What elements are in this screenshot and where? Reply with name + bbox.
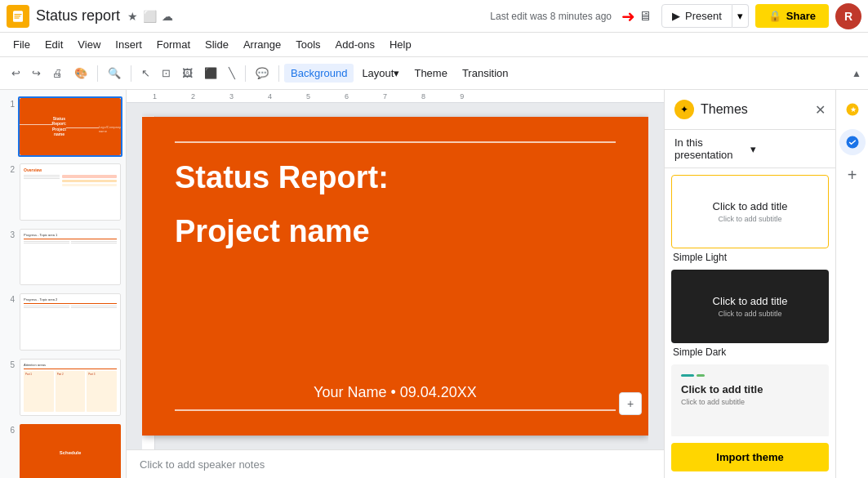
slide-presenter[interactable]: Your Name • 09.04.20XX [175, 384, 616, 409]
zoom-toolbar: + [619, 392, 642, 415]
slide-preview-1[interactable]: Status Report:Project name Logo/Company … [18, 96, 122, 157]
slide-thumb-6[interactable]: 6 Schedule [3, 422, 122, 478]
slide-num-3: 3 [3, 227, 15, 239]
theme-button[interactable]: Theme [407, 64, 453, 83]
slide-canvas[interactable]: Status Report: Project name Your Name • … [142, 117, 648, 436]
slide-title[interactable]: Status Report: [175, 159, 616, 197]
top-bar: Status report ★ ⬜ ☁ Last edit was 8 minu… [0, 0, 868, 33]
slide-thumb-5[interactable]: 5 Attention areas Part 1 Part 2 Part 3 [3, 357, 122, 418]
themes-dropdown-label: In this presentation [674, 136, 750, 161]
slide-thumb-1[interactable]: 1 Status Report:Project name Logo/Compan… [3, 96, 122, 157]
toolbar-collapse[interactable]: ▲ [852, 68, 861, 79]
tb-comment[interactable]: 💬 [251, 64, 274, 83]
theme-title-simple-dark: Click to add title [713, 295, 788, 307]
monitor-icon-group: 🖥 [639, 9, 655, 24]
svg-rect-2 [15, 16, 21, 16]
slide-thumb-2[interactable]: 2 Overview [3, 162, 122, 222]
slide-num-4: 4 [3, 292, 15, 304]
menu-edit[interactable]: Edit [38, 36, 69, 53]
menu-insert[interactable]: Insert [109, 36, 149, 53]
speaker-notes-area[interactable]: Click to add speaker notes [127, 449, 664, 478]
share-label: Share [786, 10, 816, 22]
share-button[interactable]: 🔒 Share [755, 4, 829, 28]
tb-paintformat[interactable]: 🎨 [69, 64, 92, 83]
present-dropdown[interactable]: ▾ [732, 4, 749, 28]
theme-sub-simple-light: Click to add subtitle [718, 215, 781, 223]
theme-card-streamline[interactable]: Click to add title Click to add subtitle… [671, 364, 829, 436]
add-element-button[interactable]: + [619, 392, 642, 415]
present-icon: ▶ [672, 10, 680, 22]
menu-tools[interactable]: Tools [289, 36, 327, 53]
tb-undo[interactable]: ↩ [7, 64, 25, 83]
svg-text:★: ★ [850, 105, 857, 114]
toolbar: ↩ ↪ 🖨 🎨 🔍 ↖ ⊡ 🖼 ⬛ ╲ 💬 Background Layout▾… [0, 57, 868, 90]
tb-cursor[interactable]: ↖ [136, 64, 155, 83]
slide-preview-2[interactable]: Overview [18, 162, 122, 222]
slide-num-6: 6 [3, 422, 15, 435]
theme-preview-simple-light[interactable]: Click to add title Click to add subtitle [671, 175, 829, 248]
theme-name-simple-dark: Simple Dark [671, 346, 829, 358]
background-button[interactable]: Background [284, 64, 354, 83]
menu-format[interactable]: Format [150, 36, 197, 53]
menu-slide[interactable]: Slide [198, 36, 235, 53]
layout-button[interactable]: Layout▾ [355, 64, 406, 83]
slide-panel: 1 Status Report:Project name Logo/Compan… [0, 90, 127, 478]
check-icon-button[interactable] [839, 129, 866, 155]
menu-addons[interactable]: Add-ons [329, 36, 381, 53]
canvas-wrapper: Status Report: Project name Your Name • … [142, 103, 648, 449]
menu-help[interactable]: Help [383, 36, 418, 53]
red-arrow-annotation: ➜ [621, 7, 635, 26]
tb-sep4 [278, 65, 279, 82]
tb-print[interactable]: 🖨 [47, 64, 68, 83]
save-icon[interactable]: ⬜ [143, 10, 157, 23]
last-edit-text: Last edit was 8 minutes ago [490, 11, 612, 22]
slide-title-block: Status Report: Project name [175, 143, 616, 266]
present-button[interactable]: ▶ Present [661, 4, 732, 28]
menu-file[interactable]: File [7, 36, 37, 53]
slide-preview-5[interactable]: Attention areas Part 1 Part 2 Part 3 [18, 357, 122, 418]
tb-zoom[interactable]: 🔍 [103, 64, 126, 83]
main-layout: 1 Status Report:Project name Logo/Compan… [0, 90, 868, 478]
menu-bar: File Edit View Insert Format Slide Arran… [0, 33, 868, 57]
slide-preview-3[interactable]: Progress - Topic area 1 [18, 227, 122, 288]
themes-dropdown[interactable]: In this presentation ▾ [665, 130, 835, 168]
tb-sep3 [245, 65, 246, 82]
streamline-accent-bars [681, 374, 705, 377]
theme-name-simple-light: Simple Light [671, 252, 829, 263]
themes-header: ✦ Themes ✕ [665, 90, 835, 130]
star-icon[interactable]: ★ [127, 10, 138, 23]
transition-button[interactable]: Transition [456, 64, 515, 83]
slide-preview-4[interactable]: Progress - Topic area 2 [18, 292, 122, 352]
chevron-down-icon: ▾ [750, 143, 826, 155]
explore-icon-button[interactable]: ★ [839, 96, 866, 123]
themes-close-button[interactable]: ✕ [815, 102, 826, 118]
themes-panel: ✦ Themes ✕ In this presentation ▾ Click … [664, 90, 835, 478]
theme-card-simple-light[interactable]: Click to add title Click to add subtitle… [671, 175, 829, 263]
tb-textbox[interactable]: ⊡ [157, 64, 176, 83]
cloud-icon[interactable]: ☁ [162, 10, 173, 23]
menu-view[interactable]: View [71, 36, 107, 53]
slide-bottom-line [175, 409, 616, 411]
slide-project-name[interactable]: Project name [175, 213, 616, 251]
document-title: Status report [36, 7, 120, 25]
horizontal-ruler: 1 2 3 4 5 6 7 8 9 [127, 90, 664, 103]
user-avatar[interactable]: R [835, 3, 861, 29]
svg-rect-3 [15, 17, 20, 18]
tb-shapes[interactable]: ⬛ [199, 64, 222, 83]
canvas-area: 1 2 3 4 5 6 7 8 9 Status Report: Project… [127, 90, 664, 478]
monitor-icon: 🖥 [639, 9, 652, 24]
menu-arrange[interactable]: Arrange [237, 36, 287, 53]
import-theme-button[interactable]: Import theme [671, 443, 829, 471]
tb-image[interactable]: 🖼 [177, 64, 198, 83]
tb-linedraw[interactable]: ╲ [224, 64, 240, 83]
slide-thumb-4[interactable]: 4 Progress - Topic area 2 [3, 292, 122, 352]
theme-preview-simple-dark[interactable]: Click to add title Click to add subtitle [671, 270, 829, 343]
theme-card-simple-dark[interactable]: Click to add title Click to add subtitle… [671, 270, 829, 358]
add-icon-button[interactable]: + [839, 162, 866, 188]
svg-rect-1 [15, 14, 22, 15]
slide-preview-6[interactable]: Schedule [18, 422, 122, 478]
theme-preview-streamline[interactable]: Click to add title Click to add subtitle [671, 364, 829, 436]
slide-thumb-3[interactable]: 3 Progress - Topic area 1 [3, 227, 122, 288]
theme-sub-streamline: Click to add subtitle [681, 398, 745, 406]
tb-redo[interactable]: ↪ [27, 64, 46, 83]
